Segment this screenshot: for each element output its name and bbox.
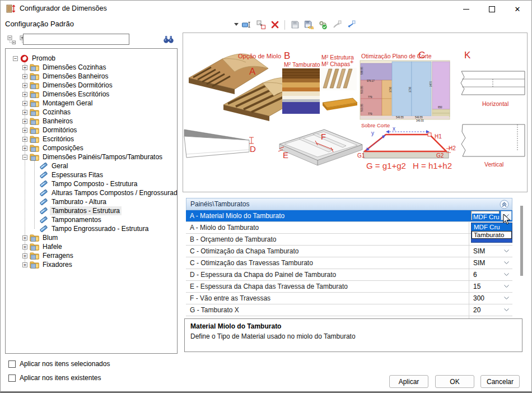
- tree-item-banheiros[interactable]: +Banheiros: [6, 117, 177, 126]
- tree-item-cozinhas[interactable]: +Cozinhas: [6, 108, 177, 117]
- tree-item-montagem-geral[interactable]: +Montagem Geral: [6, 99, 177, 108]
- expand-toggle-icon[interactable]: +: [22, 235, 27, 241]
- mouse-cursor: [503, 214, 511, 228]
- property-value-cell[interactable]: 300: [470, 293, 512, 304]
- expand-toggle-icon[interactable]: +: [22, 253, 27, 258]
- tree-item-hafele[interactable]: +Hafele: [6, 242, 177, 251]
- expand-toggle-icon[interactable]: +: [22, 110, 27, 115]
- expand-toggle-icon[interactable]: +: [22, 92, 27, 97]
- tree-search-input[interactable]: [23, 34, 129, 45]
- tree-item-composi-es[interactable]: +Composições: [6, 144, 177, 152]
- expand-toggle-icon[interactable]: +: [22, 101, 27, 106]
- expand-toggle-icon[interactable]: +: [22, 137, 27, 142]
- grid-row-d-espessura-da-chapa-do-painel-de-tamburato[interactable]: D - Espessura da Chapa do Painel de Tamb…: [186, 269, 512, 281]
- expand-toggle-icon[interactable]: +: [22, 83, 27, 88]
- collapse-group-button[interactable]: [500, 200, 509, 209]
- minimize-button[interactable]: [453, 1, 479, 17]
- tree-item-tamburato-altura[interactable]: Tamburato - Altura: [6, 197, 177, 206]
- maximize-button[interactable]: [479, 1, 505, 17]
- grid-scrollbar-thumb[interactable]: [520, 206, 523, 276]
- tree-item-dimens-es-cozinhas[interactable]: +Dimensões Cozinhas: [6, 63, 177, 72]
- property-value-cell[interactable]: SIM: [470, 257, 512, 269]
- search-binoculars-icon[interactable]: [162, 34, 175, 44]
- tag-icon: [39, 179, 48, 188]
- ok-button[interactable]: OK: [435, 375, 474, 388]
- mdf-boards-photo: [321, 68, 357, 110]
- grid-row-b-or-amento-de-tamburato[interactable]: B - Orçamento de Tamburato: [186, 234, 512, 246]
- apply-config-button[interactable]: [318, 20, 328, 30]
- tree-item-dimens-es-dormit-rios[interactable]: +Dimensões Dormitórios: [6, 81, 177, 90]
- tree-item-alturas-tampos-compostos-engrossurado[interactable]: Alturas Tampos Compostos / Engrossurado: [6, 188, 177, 197]
- tree-item-dormit-rios[interactable]: +Dormitórios: [6, 126, 177, 135]
- chevron-down-icon[interactable]: [504, 285, 509, 288]
- delete-config-button[interactable]: [269, 20, 280, 30]
- tree-item-escrit-rios[interactable]: +Escritórios: [6, 135, 177, 144]
- tree-item-tamponamentos[interactable]: Tamponamentos: [6, 215, 177, 224]
- chevron-down-icon[interactable]: [504, 273, 509, 276]
- chevron-down-icon[interactable]: [504, 249, 509, 252]
- save-config-button-disabled[interactable]: [290, 20, 300, 30]
- tree-item-ferragens[interactable]: +Ferragens: [6, 251, 177, 260]
- property-value-cell[interactable]: 20: [470, 304, 512, 316]
- grid-row-c-otimiza-o-da-chapa-tamburato[interactable]: C - Otimização da Chapa TamburatoSIM: [186, 246, 512, 257]
- property-group-header[interactable]: Painéis\Tamburatos: [186, 198, 512, 210]
- config-selector[interactable]: Configuração Padrão: [5, 20, 74, 28]
- globe-icon: [20, 54, 29, 63]
- copy-config-button[interactable]: [255, 20, 266, 30]
- tree-item-dimens-es-banheiros[interactable]: +Dimensões Banheiros: [6, 72, 177, 81]
- tree-item-tamburatos-estrutura[interactable]: Tamburatos - Estrutura: [6, 206, 177, 215]
- expand-toggle-icon[interactable]: +: [22, 146, 27, 151]
- chevron-down-icon[interactable]: [504, 308, 509, 311]
- cancel-button[interactable]: Cancelar: [480, 375, 520, 388]
- tree-item-promob[interactable]: −Promob: [6, 54, 177, 63]
- apply-button[interactable]: Aplicar: [389, 375, 428, 388]
- chevron-down-icon[interactable]: [234, 23, 239, 28]
- collapse-all-button[interactable]: [6, 35, 17, 45]
- grid-row-f-v-o-entre-as-travessas[interactable]: F - Vão entre as Travessas300: [186, 293, 512, 304]
- chevron-down-icon[interactable]: [504, 297, 509, 299]
- property-value-cell[interactable]: 15: [470, 281, 512, 292]
- tree-item-dimens-es-pain-is-tampos-tamburatos[interactable]: −Dimensões Painéis/Tampos/Tamburatos: [6, 152, 177, 161]
- collapse-toggle-icon[interactable]: −: [22, 155, 27, 160]
- apply-existing-checkbox[interactable]: [8, 374, 16, 382]
- tree-item-label: Tamburatos - Estrutura: [50, 206, 122, 215]
- property-value-cell[interactable]: SIM: [470, 246, 512, 257]
- collapse-toggle-icon[interactable]: −: [13, 56, 18, 61]
- tree-item-tampo-composto-estrutura[interactable]: Tampo Composto - Estrutura: [6, 179, 177, 188]
- expand-toggle-icon[interactable]: +: [22, 128, 27, 133]
- tree-item-blum[interactable]: +Blum: [6, 233, 177, 242]
- grid-row-a-material-miolo-do-tamburato[interactable]: A - Material Miolo do TamburatoMDF Cru: [186, 210, 512, 222]
- expand-toggle-icon[interactable]: +: [22, 244, 27, 249]
- property-value-cell[interactable]: 6: [470, 269, 512, 280]
- chevron-down-icon[interactable]: [504, 261, 509, 264]
- grid-row-a-miolo-do-tamburato[interactable]: A - Miolo do Tamburato: [186, 222, 512, 234]
- value-editor[interactable]: MDF Cru: [471, 211, 500, 220]
- expand-toggle-icon[interactable]: +: [22, 74, 27, 79]
- property-label: F - Vão entre as Travessas: [186, 293, 469, 304]
- property-label: E - Espessura da Chapa das Travessa de T…: [186, 281, 469, 292]
- close-button[interactable]: ✕: [505, 1, 530, 17]
- label-formula-h: H = h1+h2: [413, 161, 452, 170]
- export-config-button[interactable]: <a: [304, 20, 314, 30]
- apply-selected-checkbox[interactable]: [8, 360, 16, 368]
- grid-row-c-otimiza-o-das-travessas-tamburato[interactable]: C - Otimização das Travessas TamburatoSI…: [186, 257, 512, 269]
- tree-item-label: Tampo Composto - Estrutura: [50, 179, 139, 188]
- tree-item-tampo-engrossurado-estrutura[interactable]: Tampo Engrossurado - Estrutura: [6, 224, 177, 233]
- tree-item-fixadores[interactable]: +Fixadores: [6, 260, 177, 269]
- expand-toggle-icon[interactable]: +: [22, 262, 27, 267]
- redo-arrow-button-disabled[interactable]: [332, 20, 342, 30]
- folder-icon: [30, 99, 39, 107]
- grid-row-g-tamburato-x[interactable]: G - Tamburato X20: [186, 304, 512, 316]
- rename-config-button[interactable]: [241, 20, 252, 30]
- frame-structure-drawing: [278, 130, 362, 165]
- grid-row-e-espessura-da-chapa-das-travessa-de-tamburato[interactable]: E - Espessura da Chapa das Travessa de T…: [186, 281, 512, 293]
- tree-item-espessuras-fitas[interactable]: Espessuras Fitas: [6, 170, 177, 179]
- expand-toggle-icon[interactable]: +: [22, 65, 27, 70]
- dropdown-partial-item[interactable]: [472, 239, 512, 242]
- expand-toggle-icon[interactable]: +: [22, 119, 27, 124]
- dropdown-option-tamburato[interactable]: Tamburato: [472, 231, 512, 239]
- tree-item-geral[interactable]: Geral: [6, 161, 177, 170]
- import-arrow-button[interactable]: [346, 20, 356, 30]
- tree-item-label: Tamburato - Altura: [50, 197, 108, 206]
- tree-item-dimens-es-escrit-rios[interactable]: +Dimensões Escritórios: [6, 90, 177, 99]
